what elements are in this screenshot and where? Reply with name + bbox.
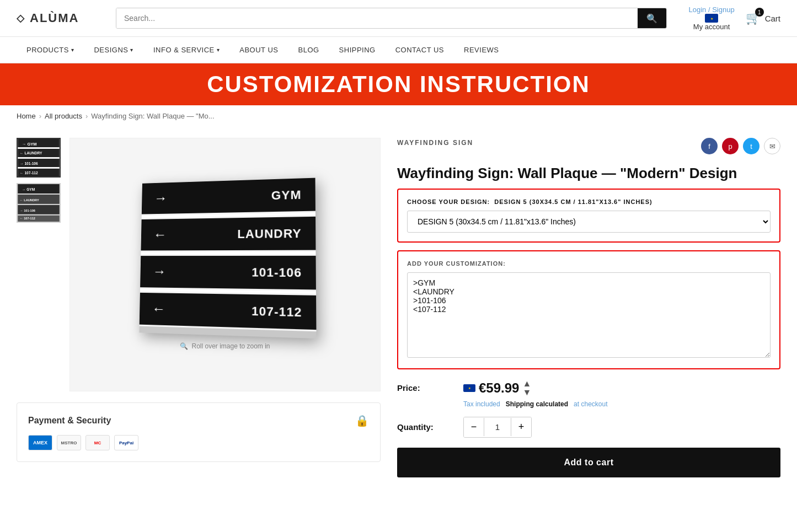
- svg-text:← LAUNDRY: ← LAUNDRY: [20, 198, 39, 202]
- cart-block[interactable]: 🛒 1 Cart: [746, 11, 780, 25]
- customization-textarea[interactable]: [407, 272, 771, 358]
- svg-text:→ GYM: → GYM: [22, 187, 35, 191]
- payment-security-label: Payment & Security: [28, 416, 111, 426]
- nav-item-shipping[interactable]: SHIPPING: [329, 37, 386, 63]
- svg-text:→ 101-106: → 101-106: [20, 209, 35, 212]
- sign-row-4: ← 107-112: [140, 292, 317, 329]
- nav-item-about-us[interactable]: ABOUT US: [229, 37, 288, 63]
- breadcrumb-current: Wayfinding Sign: Wall Plaque — "Mo...: [91, 112, 214, 120]
- overlay-banner: CUSTOMIZATION INSTRUCTION: [0, 63, 797, 105]
- quantity-decrease-button[interactable]: −: [464, 417, 484, 437]
- header-right: Login / Signup My account 🛒 1 Cart: [689, 6, 780, 31]
- search-bar: 🔍: [116, 8, 667, 29]
- add-to-cart-button[interactable]: Add to cart: [397, 448, 780, 477]
- nav-item-reviews[interactable]: REVIEWS: [454, 37, 509, 63]
- social-icons: f p t ✉: [701, 138, 780, 154]
- main-nav: PRODUCTS ▾ DESIGNS ▾ INFO & SERVICE ▾ AB…: [0, 37, 797, 63]
- eu-price-flag-icon: [463, 384, 475, 392]
- search-input[interactable]: [116, 8, 638, 28]
- breadcrumb-all-products[interactable]: All products: [45, 112, 82, 120]
- price-label: Price:: [397, 383, 452, 393]
- tax-included-text: Tax included: [463, 400, 500, 408]
- cart-icon-wrapper: 🛒 1: [746, 11, 761, 25]
- main-content: → GYM ← LAUNDRY → 101-106 ← 107-112 → GY…: [0, 127, 797, 488]
- breadcrumb: Home › All products › Wayfinding Sign: W…: [0, 105, 797, 127]
- sign-display: → GYM ← LAUNDRY → 101-106 ←: [139, 178, 316, 338]
- cart-label: Cart: [765, 14, 780, 23]
- search-icon: 🔍: [646, 14, 657, 23]
- thumbnail-1[interactable]: → GYM ← LAUNDRY → 101-106 ← 107-112: [17, 138, 61, 178]
- sign-row-3: → 101-106: [140, 255, 316, 289]
- product-title: Wayfinding Sign: Wall Plaque — "Modern" …: [397, 164, 780, 183]
- nav-item-designs[interactable]: DESIGNS ▾: [84, 37, 143, 63]
- login-signup-link[interactable]: Login / Signup: [689, 6, 735, 14]
- design-select[interactable]: DESIGN 1 (20x20 cm / 7.87"x7.87" Inches)…: [407, 211, 771, 233]
- tax-note: Tax included Shipping calculated at chec…: [397, 400, 780, 408]
- price-row: Price: €59.99 ▲ ▼: [397, 379, 780, 397]
- svg-text:← LAUNDRY: ← LAUNDRY: [20, 151, 42, 155]
- sign-separator-2: [141, 251, 315, 254]
- svg-rect-2: [18, 157, 60, 159]
- payment-security-section: Payment & Security 🔒 AMEX MSTRO MC PayPa…: [17, 402, 381, 462]
- customization-label: ADD YOUR CUSTOMIZATION:: [407, 260, 771, 267]
- shipping-calculated-link[interactable]: Shipping calculated: [506, 400, 568, 408]
- product-right: WAYFINDING SIGN f p t ✉ Wayfinding Sign:…: [397, 138, 780, 477]
- sign-text-2: LAUNDRY: [174, 226, 301, 241]
- sign-text-4: 107-112: [173, 302, 302, 320]
- svg-text:← 107-112: ← 107-112: [20, 171, 38, 175]
- customization-box: ADD YOUR CUSTOMIZATION:: [397, 250, 780, 369]
- header: ◇ ALÙMA 🔍 Login / Signup My account 🛒 1 …: [0, 0, 797, 37]
- price-currency-arrows: ▲ ▼: [522, 379, 531, 397]
- search-button[interactable]: 🔍: [638, 8, 666, 28]
- nav-item-info-service[interactable]: INFO & SERVICE ▾: [143, 37, 229, 63]
- nav-item-products[interactable]: PRODUCTS ▾: [17, 37, 84, 63]
- quantity-row: Quantity: − 1 +: [397, 417, 780, 438]
- design-option-label: CHOOSE YOUR DESIGN: DESIGN 5 (30x34.5 cm…: [407, 198, 771, 205]
- quantity-value: 1: [484, 418, 511, 436]
- design-current-value: DESIGN 5 (30x34.5 cm / 11.81"x13.6" Inch…: [492, 198, 652, 205]
- account-block: Login / Signup My account: [689, 6, 735, 31]
- thumbnail-2[interactable]: → GYM ← LAUNDRY → 101-106 ← 107-112: [17, 183, 61, 223]
- sign-arrow-3: →: [153, 263, 167, 280]
- payment-icon-amex: AMEX: [28, 435, 52, 450]
- my-account-link[interactable]: My account: [693, 23, 730, 31]
- product-subtitle: WAYFINDING SIGN: [397, 139, 473, 147]
- sign-text-1: GYM: [174, 187, 301, 205]
- sign-row-1: → GYM: [142, 178, 315, 214]
- chevron-down-icon: ▾: [130, 47, 133, 53]
- svg-rect-1: [18, 147, 60, 149]
- nav-item-contact-us[interactable]: CONTACT US: [386, 37, 454, 63]
- sign-text-3: 101-106: [173, 265, 302, 280]
- zoom-hint: 🔍 Roll over image to zoom in: [180, 342, 270, 350]
- design-label-text: CHOOSE YOUR DESIGN:: [407, 198, 490, 205]
- quantity-increase-button[interactable]: +: [511, 417, 531, 437]
- eu-flag-icon: [705, 14, 718, 23]
- product-gallery: → GYM ← LAUNDRY → 101-106 ← 107-112 → GY…: [17, 138, 381, 391]
- twitter-share-icon[interactable]: t: [743, 138, 759, 154]
- payment-icon-maestro: MSTRO: [57, 435, 81, 450]
- breadcrumb-home[interactable]: Home: [17, 112, 36, 120]
- checkout-text: at checkout: [574, 400, 607, 408]
- logo[interactable]: ◇ ALÙMA: [17, 11, 105, 25]
- payment-icon-mastercard: MC: [85, 435, 110, 450]
- chevron-down-icon: ▾: [71, 47, 74, 53]
- payment-icon-paypal: PayPal: [114, 435, 138, 450]
- zoom-hint-text: Roll over image to zoom in: [191, 342, 270, 350]
- email-share-icon[interactable]: ✉: [764, 138, 780, 154]
- nav-item-blog[interactable]: BLOG: [288, 37, 329, 63]
- overlay-banner-text: CUSTOMIZATION INSTRUCTION: [207, 71, 590, 97]
- facebook-share-icon[interactable]: f: [701, 138, 718, 154]
- cart-badge: 1: [755, 8, 764, 17]
- design-option-box: CHOOSE YOUR DESIGN: DESIGN 5 (30x34.5 cm…: [397, 189, 780, 243]
- breadcrumb-separator: ›: [39, 112, 41, 120]
- logo-diamond-icon: ◇: [17, 12, 25, 24]
- lock-icon: 🔒: [355, 414, 369, 427]
- logo-text: ALÙMA: [30, 11, 79, 25]
- sign-arrow-1: →: [154, 190, 168, 206]
- chevron-down-icon: ▾: [217, 47, 220, 53]
- svg-text:→ 101-106: → 101-106: [20, 162, 38, 165]
- pinterest-share-icon[interactable]: p: [722, 138, 739, 154]
- sign-arrow-4: ←: [152, 300, 165, 317]
- thumbnail-list: → GYM ← LAUNDRY → 101-106 ← 107-112 → GY…: [17, 138, 61, 391]
- product-left: → GYM ← LAUNDRY → 101-106 ← 107-112 → GY…: [17, 138, 381, 477]
